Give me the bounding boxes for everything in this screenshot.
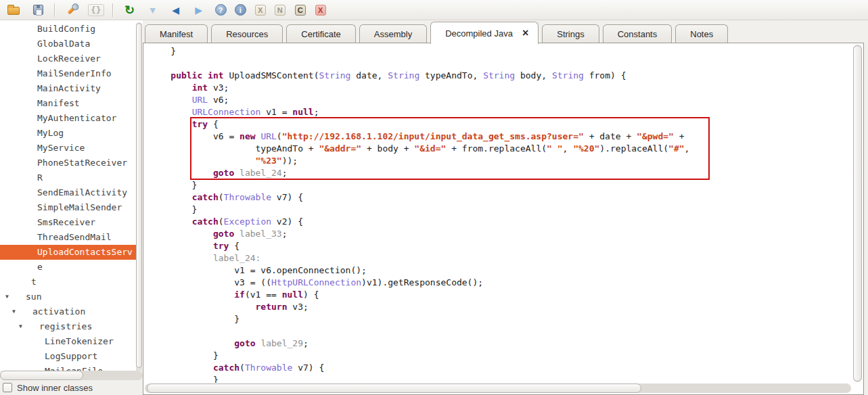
close-x-button[interactable]: X [315, 5, 326, 16]
tree-item-label: MailcapFile [0, 364, 103, 371]
scrollbar-handle[interactable] [136, 23, 142, 368]
tree-item-buildconfig[interactable]: BuildConfig [0, 22, 137, 37]
code-vertical-scrollbar[interactable] [853, 45, 862, 382]
show-inner-classes-label: Show inner classes [17, 383, 93, 393]
info-icon[interactable]: i [235, 4, 246, 16]
code-content: } public int UploadSMSContent(String dat… [144, 44, 852, 383]
down-arrow-icon[interactable]: ▼ [146, 2, 160, 18]
c-button[interactable]: C [295, 5, 306, 16]
toolbar-separator [112, 3, 114, 17]
tree-item-label: e [0, 260, 43, 275]
tree-item-r[interactable]: R [0, 170, 137, 185]
refresh-icon[interactable]: ↻ [123, 2, 137, 18]
code-line: return v3; [150, 301, 852, 313]
code-line: v1 = v6.openConnection(); [150, 264, 852, 277]
tab-resources[interactable]: Resources [211, 24, 283, 43]
code-line: } [150, 350, 852, 362]
save-icon[interactable] [30, 2, 46, 18]
tree-item-lockreceiver[interactable]: LockReceiver [0, 51, 137, 66]
tree-item-mylog[interactable]: MyLog [0, 126, 137, 141]
tree-item-manifest[interactable]: Manifest [0, 96, 137, 111]
tab-constants[interactable]: Constants [603, 24, 672, 43]
tree-item-label: R [0, 170, 43, 185]
tab-label: Resources [226, 29, 268, 39]
tree-item-linetokenizer[interactable]: LineTokenizer [0, 334, 137, 349]
tree-item-mailsenderinfo[interactable]: MailSenderInfo [0, 66, 137, 81]
tree-item-mainactivity[interactable]: MainActivity [0, 81, 137, 96]
tree-item-phonestatreceiver[interactable]: PhoneStatReceiver [0, 156, 137, 170]
wrench-icon[interactable] [64, 2, 80, 18]
code-line: catch(Throwable v7) { [150, 191, 852, 204]
code-line: try { [150, 118, 852, 131]
open-folder-icon[interactable] [5, 2, 22, 18]
code-view[interactable]: } public int UploadSMSContent(String dat… [144, 44, 852, 383]
code-horizontal-scrollbar[interactable] [145, 384, 851, 393]
code-line: public int UploadSMSContent(String date,… [150, 70, 852, 82]
toolbar-separator [54, 3, 55, 17]
tab-manifest[interactable]: Manifest [145, 24, 208, 43]
braces-icon[interactable]: {} [88, 4, 104, 16]
tree-item-label: LineTokenizer [0, 334, 114, 349]
code-line: v3 = ((HttpURLConnection)v1).getResponse… [150, 277, 852, 289]
code-line: goto label_29; [150, 338, 852, 350]
tree-item-sun[interactable]: ▼sun [0, 289, 137, 304]
class-tree: BuildConfigGlobalDataLockReceiverMailSen… [0, 20, 143, 371]
tab-assembly[interactable]: Assembly [359, 24, 427, 43]
tree-item-label: ThreadSendMail [0, 230, 112, 245]
sidebar: BuildConfigGlobalDataLockReceiverMailSen… [0, 20, 143, 371]
tree-item-label: registries [0, 319, 92, 334]
code-line: } [150, 45, 852, 57]
tab-decompiled-java[interactable]: Decompiled Java× [430, 22, 539, 44]
help-icon[interactable]: ? [215, 4, 227, 16]
expander-icon[interactable]: ▼ [19, 319, 22, 334]
tree-item-smsreceiver[interactable]: SmsReceiver [0, 215, 137, 230]
sidebar-horizontal-scrollbar[interactable] [0, 371, 143, 380]
scrollbar-handle[interactable] [0, 371, 83, 380]
tree-item-label: UploadContactsServ [0, 245, 133, 260]
code-line: "%23")); [150, 155, 852, 167]
tree-item-sendemailactivity[interactable]: SendEmailActivity [0, 185, 137, 200]
n-button[interactable]: N [275, 5, 285, 16]
code-line: goto label_33; [150, 228, 852, 240]
sidebar-vertical-scrollbar[interactable] [136, 22, 142, 371]
code-line: v6 = new URL("http://192.168.1.102/input… [150, 131, 852, 143]
code-line: goto label_24; [150, 167, 852, 179]
show-inner-classes-checkbox[interactable] [3, 383, 12, 392]
tree-item-activation[interactable]: ▼activation [0, 304, 137, 319]
tree-item-uploadcontactsserv[interactable]: UploadContactsServ [0, 245, 137, 260]
scrollbar-handle[interactable] [147, 384, 641, 393]
scrollbar-handle[interactable] [853, 45, 862, 381]
code-line: try { [150, 240, 852, 252]
code-line: URLConnection v1 = null; [150, 106, 852, 118]
tree-item-simplemailsender[interactable]: SimpleMailSender [0, 200, 137, 215]
tab-strings[interactable]: Strings [542, 24, 599, 43]
tree-item-globaldata[interactable]: GlobalData [0, 37, 137, 51]
decompiled-java-panel: } public int UploadSMSContent(String dat… [143, 43, 864, 395]
tab-certificate[interactable]: Certificate [286, 24, 356, 43]
tree-item-mailcapfile[interactable]: MailcapFile [0, 364, 137, 371]
tree-item-logsupport[interactable]: LogSupport [0, 349, 137, 364]
expander-icon[interactable]: ▼ [5, 289, 9, 304]
tab-label: Constants [618, 29, 658, 39]
footer-bar: Show inner classes [0, 380, 143, 395]
tab-close-icon[interactable]: × [522, 28, 528, 38]
x-button[interactable]: X [255, 5, 266, 16]
tab-notes[interactable]: Notes [675, 24, 728, 43]
tree-item-label: BuildConfig [0, 22, 95, 37]
tree-item-myauthenticator[interactable]: MyAuthenticator [0, 111, 137, 126]
code-line [150, 325, 852, 338]
code-line: catch(Exception v2) { [150, 216, 852, 228]
tree-item-label: SendEmailActivity [0, 185, 127, 200]
back-icon[interactable]: ◀ [169, 2, 183, 18]
expander-icon[interactable]: ▼ [12, 304, 16, 319]
code-line: URL v6; [150, 94, 852, 106]
tree-item-myservice[interactable]: MyService [0, 141, 137, 156]
tree-item-label: LockReceiver [0, 51, 101, 66]
tree-item-registries[interactable]: ▼registries [0, 319, 137, 334]
code-line: } [150, 313, 852, 325]
toolbar: {} ↻ ▼ ◀ ▶ ? i X N C X [0, 0, 868, 20]
forward-icon[interactable]: ▶ [192, 2, 206, 18]
tree-item-t[interactable]: t [0, 275, 137, 289]
tree-item-e[interactable]: e [0, 260, 137, 275]
tree-item-threadsendmail[interactable]: ThreadSendMail [0, 230, 137, 245]
